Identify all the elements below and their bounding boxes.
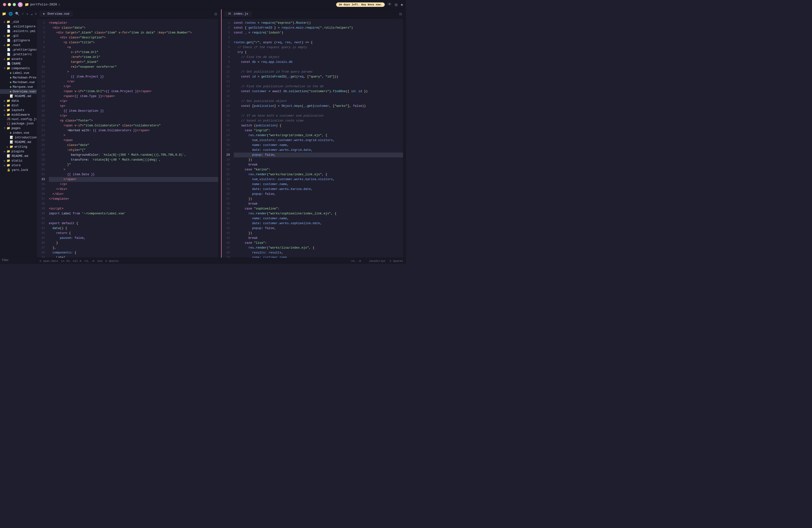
sidebar-item-readme-pages[interactable]: 📝 README.md bbox=[0, 140, 37, 144]
sidebar-item-components[interactable]: ▼ 📁 components bbox=[0, 66, 37, 71]
folder-icon: 📁 bbox=[6, 159, 10, 162]
status-indent-right[interactable]: 2 Spaces bbox=[390, 259, 403, 262]
sidebar-item-data[interactable]: ▶ 📁 data bbox=[0, 99, 37, 103]
sidebar-item-middleware[interactable]: ▶ 📁 middleware bbox=[0, 112, 37, 117]
sidebar-item-marquee-vue[interactable]: ◈ Marquee.vue bbox=[0, 85, 37, 89]
js-file-icon: JS bbox=[7, 117, 10, 121]
item-label: .eslintrc.yml bbox=[12, 30, 36, 33]
editor-pane-left: ◈ Overview.vue ⊟ 12345678910111213141516… bbox=[37, 9, 221, 258]
sidebar-item-yarn-lock[interactable]: 🔒 yarn.lock bbox=[0, 168, 37, 172]
sidebar-item-gitignore[interactable]: 📄 .gitignore bbox=[0, 38, 37, 43]
sidebar-item-eslintrc[interactable]: 📄 .eslintrc.yml bbox=[0, 29, 37, 33]
folder-icon: 📁 bbox=[6, 99, 10, 103]
project-name: portfolio-2020 bbox=[30, 3, 57, 6]
sidebar-item-old[interactable]: ▶ 📁 _old bbox=[0, 19, 37, 24]
folder-icon: 📁 bbox=[6, 34, 10, 38]
status-bar-right: +0, -0 JavaScript 2 Spaces bbox=[351, 259, 403, 262]
line-numbers-left: 1234567891011121314151617181920212223242… bbox=[37, 18, 47, 258]
item-label: README.md bbox=[12, 155, 28, 158]
sidebar-item-assets[interactable]: ▶ 📁 assets bbox=[0, 57, 37, 61]
status-language-left[interactable]: Vue bbox=[97, 259, 102, 262]
right-tab-bar: JS index.js ⊟ bbox=[221, 9, 406, 18]
sidebar-item-prettierrc[interactable]: 📄 .prettierrc bbox=[0, 52, 37, 57]
status-position-right-text: +0, -0 bbox=[351, 259, 361, 262]
file-icon: 📄 bbox=[7, 29, 11, 33]
right-split-pane-button[interactable]: ⊟ bbox=[398, 11, 403, 17]
file-icon: 📄 bbox=[7, 48, 11, 52]
split-pane-button[interactable]: ⊟ bbox=[213, 11, 218, 17]
editor-pane-right: JS index.js ⊟ 12345678910111213141516171… bbox=[221, 9, 406, 258]
vue-file-icon: ◈ bbox=[10, 76, 12, 80]
filter-input[interactable] bbox=[2, 258, 37, 262]
folder-icon: 📁 bbox=[6, 57, 10, 61]
sidebar-item-readme-components[interactable]: 📝 README.md bbox=[0, 94, 37, 99]
overview-tab[interactable]: ◈ Overview.vue bbox=[40, 11, 73, 17]
sidebar-item-static[interactable]: ▶ 📁 static bbox=[0, 158, 37, 163]
minimap-left bbox=[218, 18, 221, 258]
status-symbol-left[interactable]: ≡ span.date bbox=[40, 259, 58, 262]
status-bar-left: ≡ span.date Ln 34, Col 8 +3, -6 Vue 2 Sp… bbox=[40, 259, 119, 262]
md-file-icon: 📝 bbox=[10, 135, 13, 139]
sidebar-item-plugins[interactable]: ▶ 📁 plugins bbox=[0, 149, 37, 154]
sidebar-item-nuxt-config[interactable]: JS nuxt.config.js bbox=[0, 117, 37, 122]
sidebar-item-nuxt[interactable]: ▶ 📁 .nuxt bbox=[0, 43, 37, 47]
sidebar-item-label-vue[interactable]: ◈ Label.vue bbox=[0, 71, 37, 75]
sidebar-item-index-vue[interactable]: ◈ index.vue bbox=[0, 130, 37, 135]
md-file-icon: 📝 bbox=[7, 154, 11, 158]
eye-icon[interactable]: 👁 bbox=[388, 2, 392, 7]
maximize-button[interactable] bbox=[13, 3, 16, 6]
item-label: Markdown-Preview.vue bbox=[13, 76, 37, 80]
nova-badge[interactable]: 30 days left. Buy Nova now. bbox=[336, 2, 385, 7]
status-indent-left[interactable]: 2 Spaces bbox=[105, 259, 119, 262]
cloud-toolbar-icon[interactable]: ☁ bbox=[31, 12, 32, 16]
sidebar-item-eslintignore[interactable]: 📄 .eslintignore bbox=[0, 24, 37, 29]
sidebar-item-git[interactable]: ▶ 📁 .git bbox=[0, 33, 37, 38]
sidebar-item-store[interactable]: ▶ 📁 store bbox=[0, 163, 37, 168]
sidebar-item-markdown-preview[interactable]: ◈ Markdown-Preview.vue bbox=[0, 75, 37, 80]
item-label: Label.vue bbox=[13, 71, 29, 75]
titlebar-right: 30 days left. Buy Nova now. 👁 ▤ ✚ bbox=[336, 2, 403, 7]
folder-icon: 📁 bbox=[6, 43, 10, 47]
status-position-left[interactable]: Ln 34, Col 8 bbox=[61, 259, 81, 262]
sidebar-item-prettierignore[interactable]: 📄 .prettierignore bbox=[0, 47, 37, 52]
indexjs-tab[interactable]: JS index.js bbox=[224, 11, 251, 17]
item-label: _old bbox=[12, 20, 19, 24]
code-area-right[interactable]: const routes = require("express").Router… bbox=[232, 18, 403, 258]
sidebar-item-overview-vue[interactable]: ◈ Overview.vue M bbox=[0, 89, 37, 94]
folder-icon: 📁 bbox=[6, 126, 10, 130]
chevron-down-icon: ▼ bbox=[4, 67, 5, 70]
globe-toolbar-icon[interactable]: 🌐 bbox=[9, 12, 13, 16]
item-label: dist bbox=[12, 104, 19, 107]
sidebar-item-markdown-vue[interactable]: ◈ Markdown.vue bbox=[0, 80, 37, 85]
status-selection-left[interactable]: +3, -6 bbox=[84, 259, 94, 262]
folder-toolbar-icon[interactable]: 📁 bbox=[2, 12, 6, 16]
search-toolbar-icon[interactable]: 🔍 bbox=[15, 12, 19, 16]
plus-icon[interactable]: ✚ bbox=[401, 2, 403, 7]
sidebar-item-dist[interactable]: ▶ 📁 dist bbox=[0, 103, 37, 108]
sidebar-item-layouts[interactable]: ▶ 📁 layouts bbox=[0, 108, 37, 112]
sidebar-toolbar: 📁 🌐 🔍 ⑂ ✦ ☁ ⊞ bbox=[0, 9, 37, 18]
branch-toolbar-icon[interactable]: ⑂ bbox=[22, 12, 24, 16]
sidebar-item-cname[interactable]: 📄 CNAME bbox=[0, 61, 37, 66]
sidebar-item-package-json[interactable]: {} package.json bbox=[0, 122, 37, 126]
status-position-text: Ln 34, Col 8 bbox=[61, 259, 81, 262]
vue-file-icon: ◈ bbox=[10, 131, 12, 135]
status-position-right[interactable]: +0, -0 bbox=[351, 259, 361, 262]
folder-icon: 📁 bbox=[6, 20, 10, 24]
sidebar-item-writing[interactable]: ▶ 📁 writing bbox=[0, 144, 37, 149]
code-area-left[interactable]: <template> <div class="data"> <div targe… bbox=[47, 18, 218, 258]
close-button[interactable] bbox=[3, 3, 6, 6]
sidebar-item-introduction-md[interactable]: 📝 introduction.md bbox=[0, 135, 37, 140]
titlebar-icons: 👁 ▤ ✚ bbox=[388, 2, 403, 7]
magic-toolbar-icon[interactable]: ✦ bbox=[26, 12, 28, 16]
project-title: 📁 portfolio-2020 ◇ bbox=[25, 2, 60, 6]
sidebar-item-readme-root[interactable]: 📝 README.md bbox=[0, 154, 37, 158]
layout-icon[interactable]: ▤ bbox=[395, 2, 397, 7]
status-language-text: Vue bbox=[97, 259, 102, 262]
folder-icon: 📁 bbox=[25, 2, 29, 6]
chevron-right-icon: ▶ bbox=[4, 99, 5, 102]
file-icon: 📄 bbox=[7, 53, 11, 56]
sidebar-item-pages[interactable]: ▼ 📁 pages bbox=[0, 126, 37, 130]
minimize-button[interactable] bbox=[8, 3, 11, 6]
status-language-right[interactable]: JavaScript bbox=[369, 259, 386, 262]
